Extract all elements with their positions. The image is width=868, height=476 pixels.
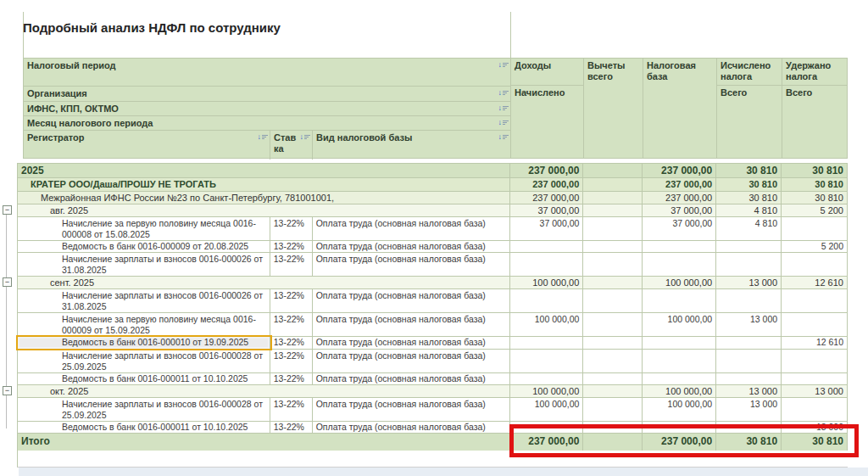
row-label-cell[interactable]: окт. 2025 bbox=[18, 385, 510, 397]
header-withheld-tax[interactable]: Удержано налога bbox=[782, 59, 847, 86]
rate-cell[interactable]: 13-22% bbox=[270, 337, 313, 349]
tax-base-kind-cell[interactable]: Оплата труда (основная налоговая база) bbox=[313, 313, 511, 336]
tax-base-cell[interactable]: 37 000,00 bbox=[643, 204, 716, 216]
row-label-cell[interactable]: 2025 bbox=[18, 164, 510, 177]
header-accrued[interactable]: Начислено bbox=[511, 86, 583, 158]
calculated-tax-cell[interactable] bbox=[716, 373, 782, 384]
withheld-tax-cell[interactable] bbox=[782, 350, 848, 372]
tax-base-cell[interactable] bbox=[643, 422, 716, 433]
deductions-cell[interactable] bbox=[583, 204, 643, 216]
calculated-tax-cell[interactable] bbox=[716, 350, 782, 372]
tax-base-cell[interactable] bbox=[643, 253, 716, 276]
income-cell[interactable] bbox=[510, 289, 583, 312]
deductions-cell[interactable] bbox=[583, 434, 643, 451]
row-label-cell[interactable]: сент. 2025 bbox=[18, 277, 510, 288]
rate-cell[interactable]: 13-22% bbox=[270, 373, 313, 384]
deductions-cell[interactable] bbox=[583, 217, 643, 240]
sort-icon[interactable]: ↓ bbox=[498, 133, 509, 141]
rate-cell[interactable]: 13-22% bbox=[270, 398, 313, 421]
rate-cell[interactable]: 13-22% bbox=[270, 350, 313, 372]
tax-base-cell[interactable]: 237 000,00 bbox=[643, 192, 716, 204]
deductions-cell[interactable] bbox=[583, 289, 643, 312]
sort-icon[interactable]: ↓ bbox=[498, 104, 509, 112]
header-deductions-total[interactable]: Вычеты всего bbox=[584, 59, 643, 158]
collapse-minus-icon[interactable]: − bbox=[3, 205, 12, 215]
tax-base-cell[interactable]: 37 000,00 bbox=[643, 217, 716, 240]
income-cell[interactable] bbox=[510, 350, 583, 372]
collapse-minus-icon[interactable]: − bbox=[3, 386, 12, 395]
calculated-tax-cell[interactable]: 30 810 bbox=[716, 434, 782, 451]
deductions-cell[interactable] bbox=[583, 164, 643, 177]
calculated-tax-cell[interactable]: 13 000 bbox=[716, 385, 782, 397]
income-cell[interactable] bbox=[510, 253, 583, 276]
deductions-cell[interactable] bbox=[583, 373, 643, 384]
income-cell[interactable] bbox=[510, 241, 583, 252]
header-registrator[interactable]: Регистратор ↓ bbox=[24, 131, 270, 160]
withheld-tax-cell[interactable]: 12 610 bbox=[782, 337, 848, 349]
withheld-tax-cell[interactable] bbox=[782, 398, 848, 421]
income-cell[interactable]: 237 000,00 bbox=[510, 178, 583, 191]
header-calculated-total[interactable]: Всего bbox=[717, 86, 782, 158]
tax-base-kind-cell[interactable]: Оплата труда (основная налоговая база) bbox=[313, 253, 511, 276]
registrator-cell[interactable]: Начисление за первую половину месяца 001… bbox=[18, 217, 270, 240]
calculated-tax-cell[interactable]: 13 000 bbox=[716, 277, 782, 288]
tax-base-kind-cell[interactable]: Оплата труда (основная налоговая база) bbox=[313, 241, 511, 252]
collapse-minus-icon[interactable]: − bbox=[3, 277, 12, 287]
income-cell[interactable]: 37 000,00 bbox=[510, 204, 583, 216]
row-label-cell[interactable]: авг. 2025 bbox=[18, 204, 510, 216]
deductions-cell[interactable] bbox=[583, 178, 643, 191]
calculated-tax-cell[interactable]: 30 810 bbox=[716, 178, 782, 191]
income-cell[interactable]: 100 000,00 bbox=[510, 385, 583, 397]
header-organization[interactable]: Организация ↓ bbox=[24, 87, 510, 102]
header-withheld-total[interactable]: Всего bbox=[782, 86, 847, 158]
rate-cell[interactable]: 13-22% bbox=[270, 217, 313, 240]
sort-icon[interactable]: ↓ bbox=[300, 133, 311, 141]
tax-base-kind-cell[interactable]: Оплата труда (основная налоговая база) bbox=[313, 289, 511, 312]
withheld-tax-cell[interactable] bbox=[782, 289, 848, 312]
income-cell[interactable]: 237 000,00 bbox=[510, 192, 583, 204]
deductions-cell[interactable] bbox=[583, 385, 643, 397]
tax-base-cell[interactable]: 237 000,00 bbox=[643, 178, 716, 191]
tax-base-cell[interactable] bbox=[643, 337, 716, 349]
income-cell[interactable]: 237 000,00 bbox=[510, 164, 583, 177]
registrator-cell[interactable]: Начисление за первую половину месяца 001… bbox=[18, 313, 270, 336]
row-label-cell[interactable]: КРАТЕР ООО/Даша/ПРОШУ НЕ ТРОГАТЬ bbox=[18, 178, 510, 191]
calculated-tax-cell[interactable] bbox=[716, 422, 782, 433]
tax-base-cell[interactable]: 100 000,00 bbox=[643, 385, 716, 397]
header-rate[interactable]: Ставка ↓ bbox=[270, 131, 313, 160]
deductions-cell[interactable] bbox=[583, 241, 643, 252]
withheld-tax-cell[interactable] bbox=[782, 217, 848, 240]
rate-cell[interactable]: 13-22% bbox=[270, 241, 313, 252]
rate-cell[interactable]: 13-22% bbox=[270, 253, 313, 276]
sort-icon[interactable]: ↓ bbox=[498, 89, 509, 97]
income-cell[interactable] bbox=[510, 373, 583, 384]
income-cell[interactable] bbox=[510, 422, 583, 433]
income-cell[interactable]: 100 000,00 bbox=[510, 313, 583, 336]
withheld-tax-cell[interactable] bbox=[782, 253, 848, 276]
withheld-tax-cell[interactable]: 12 610 bbox=[782, 277, 848, 288]
income-cell[interactable]: 237 000,00 bbox=[510, 434, 583, 451]
withheld-tax-cell[interactable]: 5 200 bbox=[782, 241, 848, 252]
deductions-cell[interactable] bbox=[583, 277, 643, 288]
deductions-cell[interactable] bbox=[583, 313, 643, 336]
income-cell[interactable] bbox=[510, 337, 583, 349]
header-tax-base-kind[interactable]: Вид налоговой базы ↓ bbox=[313, 131, 510, 160]
tax-base-kind-cell[interactable]: Оплата труда (основная налоговая база) bbox=[313, 217, 511, 240]
tax-base-kind-cell[interactable]: Оплата труда (основная налоговая база) bbox=[313, 337, 511, 349]
tax-base-kind-cell[interactable]: Оплата труда (основная налоговая база) bbox=[313, 373, 511, 384]
sort-icon[interactable]: ↓ bbox=[498, 61, 509, 69]
rate-cell[interactable]: 13-22% bbox=[270, 313, 313, 336]
income-cell[interactable]: 37 000,00 bbox=[510, 217, 583, 240]
income-cell[interactable]: 100 000,00 bbox=[510, 277, 583, 288]
registrator-cell[interactable]: Ведомость в банк 0016-000009 от 20.08.20… bbox=[18, 241, 270, 252]
tax-base-cell[interactable] bbox=[643, 350, 716, 372]
sort-icon[interactable]: ↓ bbox=[498, 119, 509, 126]
deductions-cell[interactable] bbox=[583, 422, 643, 433]
deductions-cell[interactable] bbox=[583, 253, 643, 276]
tax-base-cell[interactable]: 100 000,00 bbox=[643, 313, 716, 336]
tax-base-cell[interactable] bbox=[643, 373, 716, 384]
calculated-tax-cell[interactable]: 30 810 bbox=[716, 192, 782, 204]
deductions-cell[interactable] bbox=[583, 192, 643, 204]
sort-icon[interactable]: ↓ bbox=[258, 133, 269, 141]
tax-base-cell[interactable]: 100 000,00 bbox=[643, 398, 716, 421]
